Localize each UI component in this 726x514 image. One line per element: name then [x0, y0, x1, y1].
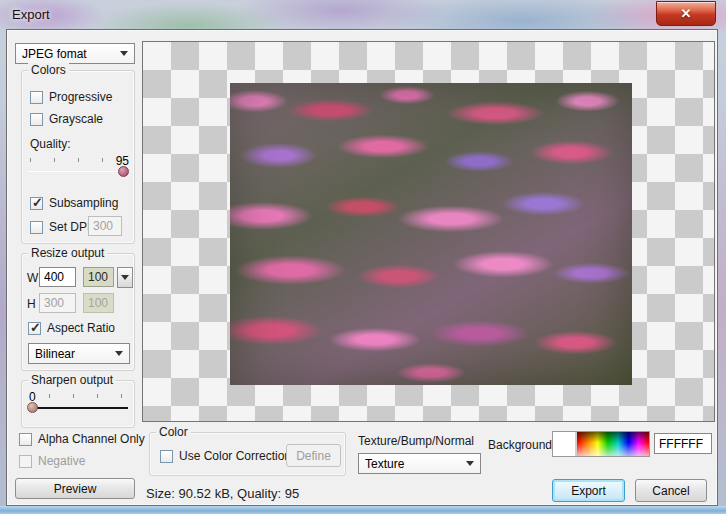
dpi-field [88, 216, 122, 236]
aspect-ratio-label: Aspect Ratio [47, 321, 115, 335]
progressive-checkbox[interactable] [30, 91, 43, 104]
close-button[interactable]: ✕ [656, 1, 716, 26]
sharpen-slider[interactable]: 0 [27, 391, 129, 417]
color-correction-label: Use Color Correction [179, 449, 291, 463]
resize-output-label: Resize output [28, 246, 107, 260]
color-group-label: Color [156, 425, 191, 439]
quality-slider-track [28, 171, 128, 172]
negative-checkbox [19, 455, 32, 468]
subsampling-label: Subsampling [49, 196, 118, 210]
preview-button-label: Preview [54, 482, 97, 496]
grayscale-label: Grayscale [49, 112, 103, 126]
height-field [39, 293, 76, 313]
preview-button[interactable]: Preview [15, 478, 135, 499]
grayscale-checkbox-row[interactable]: Grayscale [30, 112, 103, 126]
set-dpi-checkbox-row[interactable]: Set DPI [30, 220, 90, 234]
texture-dropdown-value: Texture [365, 457, 466, 471]
alpha-channel-checkbox-row[interactable]: Alpha Channel Only [19, 432, 145, 446]
status-text: Size: 90.52 kB, Quality: 95 [146, 486, 299, 501]
color-correction-checkbox-row[interactable]: Use Color Correction [160, 449, 291, 463]
progressive-checkbox-row[interactable]: Progressive [30, 90, 112, 104]
quality-label: Quality: [30, 137, 71, 151]
preview-panel [142, 41, 715, 422]
resize-output-group: Resize output W H Aspect Ratio Bilinear [21, 253, 135, 371]
quality-slider[interactable]: 95 [27, 155, 129, 181]
chevron-down-icon [115, 351, 123, 356]
color-correction-checkbox[interactable] [160, 450, 173, 463]
height-label: H [27, 297, 36, 311]
chevron-down-icon [121, 275, 129, 280]
quality-slider-ticks [30, 158, 107, 162]
close-icon: ✕ [681, 6, 692, 21]
alpha-channel-label: Alpha Channel Only [38, 432, 145, 446]
sharpen-output-label: Sharpen output [28, 373, 116, 387]
cancel-button[interactable]: Cancel [635, 479, 707, 502]
titlebar[interactable]: Export ✕ [0, 0, 726, 29]
dialog-body: JPEG fomat Colors Progressive Grayscale … [6, 29, 718, 506]
colors-group: Colors Progressive Grayscale Quality: 95… [21, 70, 135, 244]
subsampling-checkbox[interactable] [30, 197, 43, 210]
sharpen-slider-ticks [49, 394, 127, 398]
interpolation-value: Bilinear [35, 347, 115, 361]
width-percent-field[interactable] [83, 267, 114, 287]
format-dropdown[interactable]: JPEG fomat [15, 43, 135, 64]
background-color-swatch[interactable] [553, 432, 577, 456]
negative-checkbox-row: Negative [19, 454, 85, 468]
format-dropdown-value: JPEG fomat [22, 47, 120, 61]
alpha-channel-checkbox[interactable] [19, 433, 32, 446]
export-dialog-window: Export ✕ JPEG fomat Colors Progressive G… [0, 0, 726, 514]
color-group: Color Use Color Correction Define [149, 432, 346, 476]
background-hex-field[interactable] [654, 433, 712, 454]
interpolation-dropdown[interactable]: Bilinear [28, 343, 130, 364]
aspect-ratio-checkbox-row[interactable]: Aspect Ratio [28, 321, 115, 335]
background-swatch-group [552, 431, 650, 457]
chevron-down-icon [120, 51, 128, 56]
texture-label: Texture/Bump/Normal [358, 434, 474, 448]
negative-label: Negative [38, 454, 85, 468]
export-button-label: Export [571, 484, 606, 498]
window-title: Export [12, 7, 50, 22]
subsampling-checkbox-row[interactable]: Subsampling [30, 196, 118, 210]
width-label: W [27, 271, 38, 285]
rainbow-picker-swatch[interactable] [577, 432, 649, 456]
aspect-ratio-checkbox[interactable] [28, 322, 41, 335]
background-label: Background [488, 438, 552, 452]
chevron-down-icon [466, 461, 474, 466]
height-percent-field [83, 293, 114, 313]
sharpen-output-group: Sharpen output 0 [21, 380, 135, 428]
export-button[interactable]: Export [552, 479, 625, 502]
define-button: Define [286, 444, 341, 467]
cancel-button-label: Cancel [652, 484, 689, 498]
quality-slider-thumb[interactable] [118, 166, 129, 177]
sharpen-slider-track [28, 407, 128, 409]
texture-dropdown[interactable]: Texture [358, 453, 481, 474]
set-dpi-label: Set DPI [49, 220, 90, 234]
progressive-label: Progressive [49, 90, 112, 104]
colors-group-label: Colors [28, 63, 69, 77]
grayscale-checkbox[interactable] [30, 113, 43, 126]
preview-image [230, 83, 632, 385]
define-button-label: Define [296, 449, 331, 463]
width-field[interactable] [39, 267, 76, 287]
percent-dropdown-button[interactable] [117, 267, 133, 288]
set-dpi-checkbox[interactable] [30, 221, 43, 234]
sharpen-slider-thumb[interactable] [27, 402, 38, 413]
window-bottom-frame [0, 506, 726, 514]
